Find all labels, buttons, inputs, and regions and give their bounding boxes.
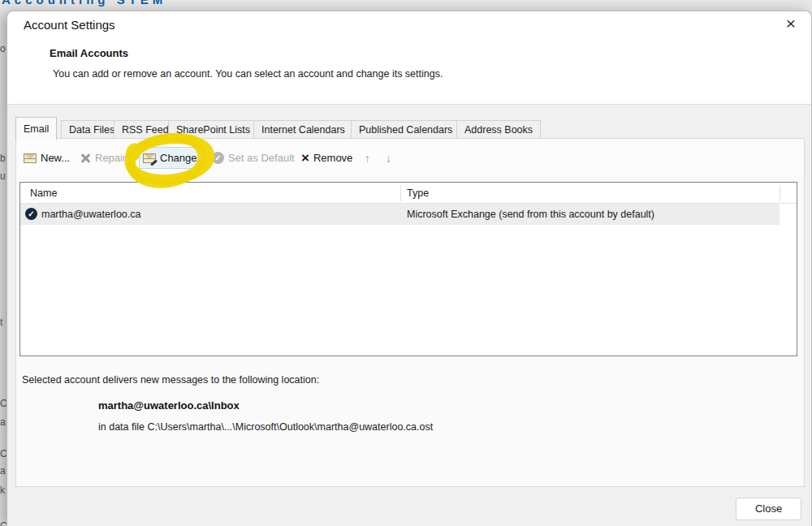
remove-account-button[interactable]: × Remove [298,147,356,169]
close-button[interactable]: Close [736,498,801,520]
change-account-button[interactable]: Change... [139,147,209,169]
tab-published-calendars[interactable]: Published Calendars [351,120,460,140]
check-circle-icon: ✓ [212,152,224,164]
table-header: Name Type [20,183,797,204]
delivery-location-path: martha@uwaterloo.ca\Inbox [98,399,240,412]
envelope-icon [24,153,37,163]
email-accounts-heading: Email Accounts [50,47,128,59]
move-down-button[interactable]: ↓ [382,147,395,169]
dialog-title: Account Settings [24,18,115,32]
tab-sharepoint-lists[interactable]: SharePoint Lists [168,120,258,140]
dialog-titlebar: Account Settings × [7,11,811,37]
column-divider[interactable] [780,185,780,201]
column-divider[interactable] [400,185,401,201]
data-file-path: in data file C:\Users\martha\...\Microso… [98,421,433,433]
table-row[interactable]: ✓ martha@uwaterloo.ca Microsoft Exchange… [20,204,780,225]
bg-letter: C [0,398,6,409]
tab-internet-calendars[interactable]: Internet Calendars [253,120,353,140]
bg-letter: b [0,153,6,164]
account-name-cell: martha@uwaterloo.ca [41,209,140,220]
remove-x-icon: × [301,151,309,165]
envelope-edit-icon [143,153,156,163]
tab-address-books[interactable]: Address Books [456,120,541,140]
up-arrow-icon: ↑ [365,152,370,165]
bg-letter: a [0,416,6,428]
bg-letter: u [0,170,6,182]
accounts-table: Name Type ✓ martha@uwaterloo.ca Microsof… [19,182,797,356]
column-header-type[interactable]: Type [407,188,429,199]
email-tab-pane: New... Repair... Change... ✓ Set as Defa… [15,138,805,487]
bg-letter: t [0,317,2,328]
dialog-header: Email Accounts You can add or remove an … [7,37,811,105]
column-header-name[interactable]: Name [30,188,57,199]
close-icon[interactable]: × [780,12,801,35]
account-settings-dialog: Account Settings × Email Accounts You ca… [6,11,812,526]
email-accounts-description: You can add or remove an account. You ca… [53,68,443,80]
repair-account-button[interactable]: Repair... [76,147,137,169]
accounts-toolbar: New... Repair... Change... ✓ Set as Defa… [17,140,803,176]
exchange-account-badge-icon: ✓ [25,208,37,220]
set-as-default-button[interactable]: ✓ Set as Default [209,147,298,169]
account-type-cell: Microsoft Exchange (send from this accou… [407,209,654,220]
move-up-button[interactable]: ↑ [361,147,374,169]
bg-letter: C [0,448,6,459]
repair-tools-icon [80,153,91,164]
new-account-button[interactable]: New... [20,147,73,169]
tab-email[interactable]: Email [15,117,57,140]
bg-letter: C [0,520,6,526]
background-text-fragment: Accounting STEM [0,0,191,11]
delivery-location-label: Selected account delivers new messages t… [22,374,319,386]
bg-letter: k [0,485,5,496]
bg-letter: a [0,465,6,476]
background-left-edge: o b u t C a C a k C [0,11,6,526]
down-arrow-icon: ↓ [386,152,391,165]
bg-letter: o [0,43,6,54]
